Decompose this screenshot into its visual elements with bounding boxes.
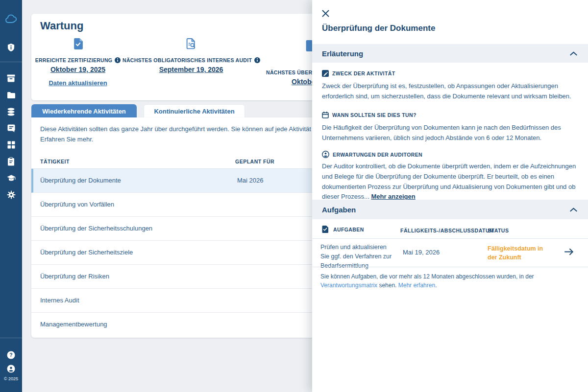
task-row-divider	[312, 267, 588, 267]
archive-icon	[7, 74, 15, 82]
sidebar-item-archive[interactable]	[0, 70, 22, 87]
update-dates-link[interactable]: Daten aktualisieren	[31, 79, 124, 87]
gear-icon	[7, 190, 16, 199]
graduation-cap-icon	[7, 175, 16, 182]
activity-name: Überprüfung von Vorfällen	[40, 201, 114, 208]
sidebar-item-security[interactable]	[0, 40, 22, 55]
tab-recurring-label: Wiederkehrende Aktivitäten	[42, 108, 126, 115]
auditor-person-icon	[322, 151, 329, 158]
sidebar-divider	[0, 62, 22, 62]
svg-text:?: ?	[9, 352, 12, 358]
activity-name: Überprüfung der Sicherheitsziele	[40, 249, 133, 256]
task-due-date: Mai 19, 2026	[403, 249, 440, 256]
auditors-label: ERWARTUNGEN DER AUDITOREN	[333, 152, 422, 158]
purpose-label: ZWECK DER AKTIVITÄT	[332, 70, 395, 76]
responsibility-matrix-link[interactable]: Verantwortungsmatrix	[320, 282, 377, 289]
task-col-status: STATUS	[488, 228, 509, 233]
when-text: Die Häufigkeit der Überprüfung von Dokum…	[322, 123, 577, 143]
sidebar-item-training[interactable]	[0, 170, 22, 186]
app-logo[interactable]	[0, 11, 22, 27]
certification-date-link[interactable]: Oktober 19, 2025	[31, 66, 124, 73]
cloud-logo-icon	[5, 14, 18, 24]
sidebar-item-notes[interactable]	[0, 120, 22, 137]
chevron-up-icon	[570, 51, 577, 56]
sidebar-item-folders[interactable]	[0, 87, 22, 103]
calendar-icon	[322, 112, 329, 118]
sidebar-divider	[0, 338, 22, 338]
section-tasks-title: Aufgaben	[322, 206, 356, 214]
footnote-text: sehen.	[377, 282, 398, 289]
clipboard-icon	[7, 157, 15, 166]
notes-icon	[7, 124, 15, 132]
sidebar-item-apps[interactable]	[0, 137, 22, 153]
page-title: Wartung	[40, 20, 83, 32]
arrow-right-icon[interactable]	[564, 248, 574, 255]
sidebar-item-account[interactable]	[0, 361, 22, 376]
auditors-text: Der Auditor kontrolliert, ob die Dokumen…	[322, 161, 581, 202]
sidebar: ? © 2025	[0, 0, 22, 392]
internal-audit-date-link[interactable]: September 19, 2026	[122, 66, 260, 73]
panel-description-line2: Erfahren Sie mehr.	[40, 135, 93, 145]
footnote-text: Sie können Aufgaben, die vor mehr als 12…	[320, 273, 534, 280]
help-icon: ?	[7, 351, 15, 359]
edit-pencil-icon	[322, 70, 329, 77]
activity-planned: Mai 2026	[237, 177, 263, 184]
detail-drawer: Überprüfung der Dokumente Erläuterung ZW…	[312, 0, 588, 392]
task-status-badge: Fälligkeitsdatum in der Zukunft	[488, 245, 554, 262]
chevron-up-icon	[570, 208, 577, 212]
folder-icon	[7, 92, 16, 99]
tab-recurring-activities[interactable]: Wiederkehrende Aktivitäten	[31, 104, 137, 118]
stat-internal-audit: NÄCHSTES OBLIGATORISCHES INTERNES AUDIT …	[122, 38, 260, 73]
document-search-icon	[186, 38, 196, 49]
learn-more-link[interactable]: Mehr erfahren	[398, 282, 435, 289]
task-col-due: FÄLLIGKEITS-/ABSCHLUSSDATUM	[400, 228, 494, 233]
account-icon	[7, 365, 15, 373]
sidebar-item-database[interactable]	[0, 103, 22, 120]
footnote-text: .	[435, 282, 437, 289]
task-doc-check-icon	[322, 226, 328, 233]
activity-name: Überprüfung der Dokumente	[40, 177, 121, 184]
apps-grid-icon	[7, 141, 15, 149]
activity-name: Überprüfung der Risiken	[40, 273, 109, 280]
task-name: Prüfen und aktualisieren Sie ggf. den Ve…	[320, 243, 396, 270]
activity-name: Überprüfung der Sicherheitsschulungen	[40, 225, 152, 232]
info-icon[interactable]	[254, 57, 260, 63]
sidebar-item-settings[interactable]	[0, 186, 22, 203]
purpose-text: Zweck der Überprüfung ist es, festzustel…	[322, 81, 577, 102]
activity-name: Managementbewertung	[40, 321, 107, 328]
sidebar-item-clipboard[interactable]	[0, 153, 22, 170]
section-tasks-header[interactable]: Aufgaben	[312, 200, 588, 219]
task-col-task: AUFGABEN	[333, 227, 364, 232]
close-icon[interactable]	[322, 10, 329, 17]
column-header-activity: TÄTIGKEIT	[40, 159, 70, 164]
when-label: WANN SOLLTEN SIE DIES TUN?	[332, 112, 416, 118]
panel-description-line1: Diese Aktivitäten sollten das ganze Jahr…	[40, 124, 358, 135]
copyright: © 2025	[0, 376, 22, 381]
info-icon[interactable]	[115, 57, 121, 63]
activity-name: Internes Audit	[40, 297, 79, 304]
drawer-title: Überprüfung der Dokumente	[322, 23, 435, 33]
shield-info-icon	[7, 43, 15, 52]
tasks-footnote: Sie können Aufgaben, die vor mehr als 12…	[320, 272, 578, 290]
tab-continuous-activities[interactable]: Kontinuierliche Aktivitäten	[144, 104, 245, 118]
stat-certification: ERREICHTE ZERTIFIZIERUNG Oktober 19, 202…	[31, 38, 124, 87]
auditors-text-body: Der Auditor kontrolliert, ob die Dokumen…	[322, 162, 576, 200]
stat-surveillance-label: NÄCHSTES ÜBERW	[266, 69, 317, 75]
stat-certification-label: ERREICHTE ZERTIFIZIERUNG	[35, 57, 113, 63]
tab-continuous-label: Kontinuierliche Aktivitäten	[154, 108, 234, 115]
task-row[interactable]: Prüfen und aktualisieren Sie ggf. den Ve…	[312, 239, 588, 267]
section-explanation-header[interactable]: Erläuterung	[312, 44, 588, 63]
sidebar-item-help[interactable]: ?	[0, 347, 22, 362]
document-check-icon	[74, 38, 83, 49]
column-header-planned: GEPLANT FÜR	[235, 159, 274, 164]
section-explanation-title: Erläuterung	[322, 49, 363, 58]
stat-internal-audit-label: NÄCHSTES OBLIGATORISCHES INTERNES AUDIT	[122, 57, 252, 63]
database-icon	[7, 108, 15, 116]
